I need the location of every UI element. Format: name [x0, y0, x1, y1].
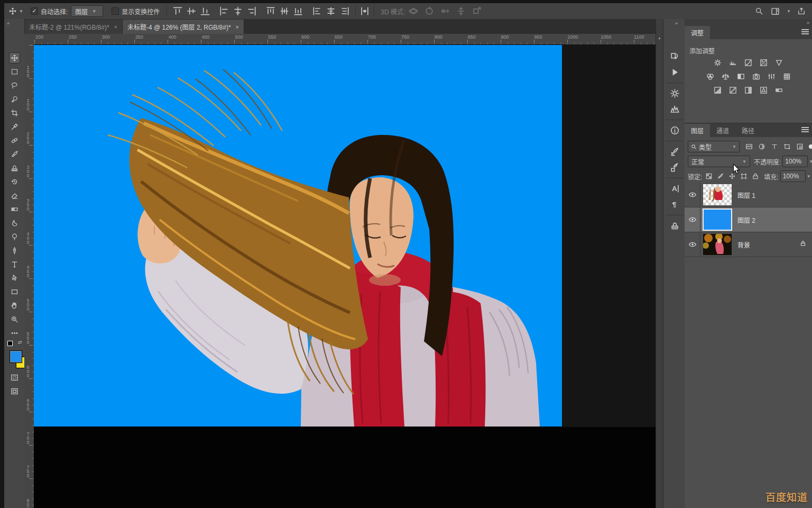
photo-filter-adjustment-icon[interactable] [750, 72, 762, 81]
align-right-edges-icon[interactable] [246, 6, 257, 16]
layer-visibility-eye-icon[interactable] [685, 232, 700, 257]
type-layer-filter-icon[interactable] [769, 142, 779, 152]
quick-select-tool[interactable] [10, 94, 20, 104]
search-icon[interactable] [754, 6, 764, 16]
brightness-contrast-adjustment-icon[interactable] [712, 58, 724, 67]
crop-tool[interactable] [10, 108, 20, 118]
tool-presets-panel-icon[interactable] [668, 161, 681, 174]
auto-select-target-dropdown[interactable]: 图层▼ [71, 5, 103, 17]
brush-settings-panel-icon[interactable] [668, 145, 681, 158]
marquee-tool[interactable] [10, 67, 20, 77]
threshold-adjustment-icon[interactable] [743, 86, 754, 95]
history-brush-tool[interactable] [10, 177, 20, 187]
share-icon[interactable] [796, 6, 807, 16]
align-bottom-edges-icon[interactable] [200, 6, 210, 16]
align-left-edges-icon[interactable] [219, 6, 229, 16]
move-tool-icon[interactable] [7, 6, 18, 16]
history-panel-icon[interactable] [668, 50, 681, 62]
document-tab-1[interactable]: 未标题-2 @ 121%(RGB/8#)* × [24, 20, 123, 34]
actions-panel-icon[interactable] [668, 66, 681, 78]
lasso-tool[interactable] [10, 80, 20, 90]
layer-name[interactable]: 背景 [737, 240, 750, 249]
layer-visibility-eye-icon[interactable] [685, 207, 700, 232]
exposure-adjustment-icon[interactable] [758, 58, 770, 67]
vibrance-adjustment-icon[interactable] [773, 58, 785, 67]
hand-tool[interactable] [10, 301, 20, 311]
foreground-color-swatch[interactable] [10, 350, 22, 363]
tab-close-icon[interactable]: × [114, 24, 117, 30]
adjustments-panel-icon[interactable] [668, 87, 681, 99]
align-horizontal-centers-icon[interactable] [233, 6, 243, 16]
auto-select-checkbox[interactable]: ✓ [31, 7, 38, 15]
invert-adjustment-icon[interactable] [712, 86, 724, 95]
color-lookup-adjustment-icon[interactable] [781, 72, 792, 81]
more-tool[interactable] [10, 328, 20, 338]
pixel-layer-filter-icon[interactable] [744, 142, 754, 152]
gradient-tool[interactable] [10, 204, 20, 214]
filter-toggle[interactable] [809, 144, 812, 149]
eraser-tool[interactable] [10, 190, 20, 201]
layer-name[interactable]: 图层 1 [737, 190, 755, 199]
curves-adjustment-icon[interactable] [743, 58, 754, 67]
scrollbar[interactable]: ▲ [656, 19, 663, 508]
quick-mask-button[interactable] [10, 373, 20, 383]
scroll-up-icon[interactable]: ▲ [658, 36, 661, 40]
hue-saturation-adjustment-icon[interactable] [704, 72, 716, 81]
lock-pixels-icon[interactable] [715, 171, 725, 182]
panels-collapse-button[interactable]: » [807, 20, 809, 25]
color-balance-adjustment-icon[interactable] [719, 72, 731, 81]
align-top-edges-icon[interactable] [172, 6, 183, 16]
distribute-top-edges-icon[interactable] [265, 6, 276, 16]
dodge-tool[interactable] [10, 232, 20, 242]
opacity-input[interactable]: 100% [782, 156, 808, 167]
layer-row-1[interactable]: 图层 1 [685, 183, 812, 207]
smudge-tool[interactable] [10, 218, 20, 228]
layer-row-3[interactable]: 背景 [685, 232, 812, 257]
panel-menu-icon[interactable] [801, 127, 809, 133]
distribute-bottom-edges-icon[interactable] [293, 6, 303, 16]
horizontal-ruler[interactable]: 2002503003504004505005506006507007508008… [34, 34, 656, 45]
gradient-map-adjustment-icon[interactable] [773, 86, 785, 95]
posterize-adjustment-icon[interactable] [727, 86, 739, 95]
panel-menu-icon[interactable] [801, 29, 809, 35]
move-tool[interactable] [10, 53, 20, 63]
eyedropper-tool[interactable] [10, 122, 20, 132]
workspace-switcher-icon[interactable] [770, 6, 780, 16]
distribute-left-edges-icon[interactable] [312, 6, 322, 16]
show-transform-checkbox[interactable] [112, 7, 119, 15]
zoom-tool[interactable] [10, 314, 20, 324]
info-panel-icon[interactable] [668, 124, 681, 137]
tool-preset-chevron-icon[interactable]: ▼ [19, 9, 23, 14]
character-panel-icon[interactable]: A [668, 182, 681, 195]
swap-colors-icon[interactable]: ⇄ [18, 340, 22, 345]
tab-adjustments[interactable]: 调整 [685, 26, 710, 39]
layer-name[interactable]: 图层 2 [737, 215, 755, 224]
default-colors-icon[interactable] [7, 341, 13, 346]
type-tool[interactable] [10, 259, 20, 269]
layer-visibility-eye-icon[interactable] [685, 183, 700, 207]
selective-color-adjustment-icon[interactable] [758, 86, 770, 95]
screen-mode-button[interactable] [10, 386, 20, 396]
layer-row-2[interactable]: 图层 2 [685, 207, 812, 232]
dock-collapse-button[interactable]: » [675, 21, 677, 26]
document-canvas[interactable] [34, 45, 562, 427]
channel-mixer-adjustment-icon[interactable] [765, 72, 777, 81]
layer-thumbnail-photo[interactable] [703, 234, 732, 255]
document-tab-2[interactable]: 未标题-4 @ 126% (图层 2, RGB/8#)* × [123, 20, 244, 34]
layer-thumbnail-blue[interactable] [703, 209, 732, 230]
shape-tool[interactable] [10, 287, 20, 297]
lock-transparent-icon[interactable] [704, 171, 714, 182]
tab-channels[interactable]: 通道 [710, 124, 735, 137]
tab-layers[interactable]: 图层 [685, 124, 710, 137]
clone-source-panel-icon[interactable] [668, 219, 681, 232]
smart-object-filter-icon[interactable] [795, 142, 805, 152]
tab-close-icon[interactable]: × [236, 24, 239, 30]
histogram-panel-icon[interactable] [668, 103, 681, 115]
opacity-chevron-icon[interactable]: ▼ [809, 159, 812, 164]
clone-stamp-tool[interactable] [10, 163, 20, 173]
layer-thumbnail-cutout[interactable] [703, 184, 732, 205]
fill-chevron-icon[interactable]: ▼ [807, 174, 811, 179]
brush-tool[interactable] [10, 149, 20, 159]
path-select-tool[interactable] [10, 273, 20, 283]
pen-tool[interactable] [10, 246, 20, 256]
